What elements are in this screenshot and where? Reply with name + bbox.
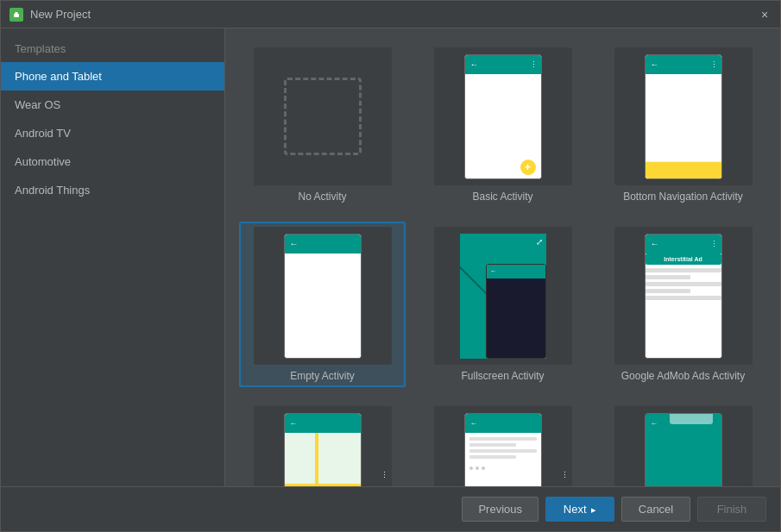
master-phone-header: ← ⋮ [465, 414, 541, 433]
cancel-button[interactable]: Cancel [621, 497, 690, 522]
main-content: Templates Phone and Tablet Wear OS Andro… [1, 28, 780, 486]
template-bottom-navigation[interactable]: ← ⋮ Bottom Navigation Activity [600, 42, 766, 208]
maps-preview: ← ⋮ 📍 [254, 406, 392, 486]
master-phone-mock: ← ⋮ [464, 413, 542, 487]
empty-activity-label: Empty Activity [290, 370, 355, 382]
bottom-nav-header: ← ⋮ [646, 55, 721, 74]
template-master-detail[interactable]: ← ⋮ [419, 401, 586, 486]
admob-preview: ← ⋮ Interstitial Ad [614, 227, 753, 365]
teal-phone-mock: ← [645, 413, 722, 487]
basic-phone-header: ← ⋮ [465, 55, 541, 74]
fullscreen-label: Fullscreen Activity [461, 370, 544, 382]
maps-phone-mock: ← ⋮ 📍 [284, 413, 362, 487]
sidebar-item-android-tv[interactable]: Android TV [1, 119, 224, 147]
basic-activity-preview: ← ⋮ + [434, 47, 572, 185]
no-activity-icon [284, 78, 362, 155]
sidebar-header: Templates [1, 28, 224, 62]
sidebar: Templates Phone and Tablet Wear OS Andro… [1, 28, 225, 486]
admob-phone-mock: ← ⋮ Interstitial Ad [645, 234, 722, 359]
template-empty-activity[interactable]: ← Empty Activity [239, 222, 406, 387]
templates-grid: No Activity ← ⋮ + [225, 28, 780, 486]
title-bar: New Project × [1, 1, 780, 28]
template-google-admob[interactable]: ← ⋮ Interstitial Ad [600, 222, 766, 387]
bottom-nav-preview: ← ⋮ [614, 47, 753, 185]
svg-point-4 [17, 12, 18, 13]
bottom-nav-label: Bottom Navigation Activity [623, 191, 743, 203]
sidebar-item-phone-tablet[interactable]: Phone and Tablet [1, 62, 224, 91]
fab-button: + [520, 160, 536, 175]
sidebar-item-android-things[interactable]: Android Things [1, 176, 224, 204]
sidebar-item-automotive[interactable]: Automotive [1, 147, 224, 176]
bottom-bar: Previous Next ▸ Cancel Finish [1, 486, 780, 531]
bottom-nav-phone-mock: ← ⋮ [645, 54, 722, 179]
cursor-indicator: ▸ [591, 504, 596, 515]
admob-phone-body: Interstitial Ad [646, 253, 721, 359]
template-fullscreen-activity[interactable]: ⤢ ← Fullscreen Activity [419, 222, 586, 387]
bottom-nav-body [646, 74, 721, 179]
expand-icon: ⤢ [536, 237, 543, 247]
previous-button[interactable]: Previous [462, 497, 539, 522]
empty-activity-preview: ← [254, 227, 392, 365]
map-body: 📍 [285, 433, 361, 487]
template-no-activity[interactable]: No Activity [239, 42, 406, 208]
scrolling-preview: ← [614, 406, 753, 486]
fullscreen-preview: ⤢ ← [434, 227, 572, 365]
bottom-nav-bar [646, 161, 721, 179]
sidebar-item-wear-os[interactable]: Wear OS [1, 91, 224, 119]
android-icon [9, 8, 23, 22]
close-button[interactable]: × [758, 8, 772, 22]
basic-activity-label: Basic Activity [472, 191, 532, 203]
no-activity-label: No Activity [298, 191, 346, 203]
template-google-maps[interactable]: ← ⋮ 📍 Google Maps Activity [239, 401, 406, 486]
master-phone-body [465, 433, 541, 474]
finish-button[interactable]: Finish [697, 497, 766, 522]
next-button[interactable]: Next ▸ [545, 497, 614, 522]
basic-phone-body: + [465, 74, 541, 179]
svg-point-3 [15, 12, 16, 13]
empty-phone-body [285, 253, 361, 359]
template-basic-activity[interactable]: ← ⋮ + Basic Activity [419, 42, 586, 208]
svg-rect-2 [15, 12, 18, 15]
admob-banner: Interstitial Ad [646, 253, 721, 265]
template-scrolling-activity[interactable]: ← Scrolling Activity [600, 401, 766, 486]
maps-phone-header: ← ⋮ [285, 414, 361, 433]
new-project-window: New Project × Templates Phone and Tablet… [0, 0, 781, 532]
fullscreen-mock: ⤢ ← [460, 234, 546, 359]
master-detail-preview: ← ⋮ [434, 406, 572, 486]
admob-label: Google AdMob Ads Activity [621, 370, 745, 382]
basic-phone-mock: ← ⋮ + [464, 54, 542, 179]
no-activity-preview [254, 47, 392, 185]
empty-phone-mock: ← [284, 234, 362, 359]
window-title: New Project [30, 8, 758, 21]
content-area: No Activity ← ⋮ + [225, 28, 780, 486]
admob-phone-header: ← ⋮ [646, 235, 721, 253]
empty-phone-header: ← [285, 235, 361, 253]
